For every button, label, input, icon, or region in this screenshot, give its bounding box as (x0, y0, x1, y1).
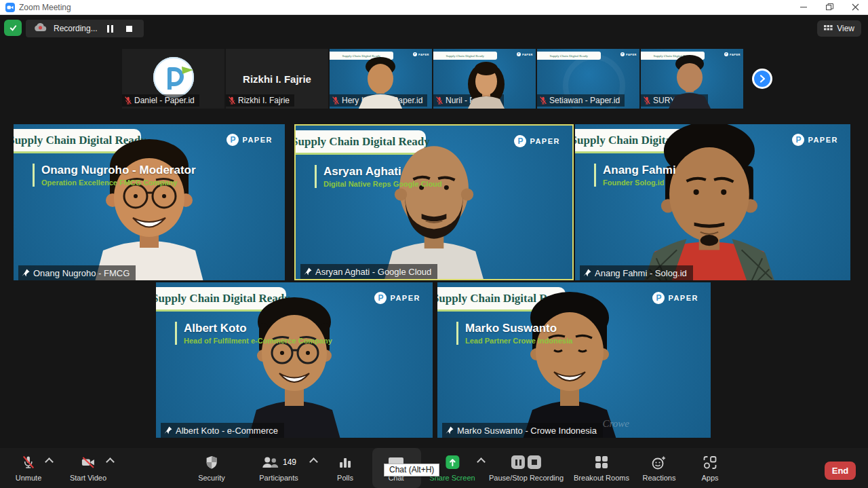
participants-button[interactable]: 149 Participants (259, 454, 298, 482)
video-tile-anang[interactable]: Supply Chain Digital Ready Anang Fahmi F… (575, 124, 850, 280)
speaker-name: Onang Nugroho - Moderator (41, 164, 196, 177)
participant-name-badge: Daniel - Paper.id (122, 94, 199, 107)
display-name: Rizkhi I. Fajrie (226, 73, 328, 85)
participants-icon (261, 455, 279, 469)
speaker-name: Albert Koto (184, 322, 332, 335)
pause-stop-icons (511, 454, 541, 470)
share-options-chevron[interactable] (477, 457, 486, 466)
participants-options-chevron[interactable] (309, 457, 318, 466)
security-label: Security (198, 474, 225, 482)
participant-video (575, 124, 850, 280)
polls-label: Polls (337, 474, 353, 482)
tile-label: Asryan Aghati - Google Cloud (315, 267, 431, 277)
participant-video (437, 282, 711, 438)
muted-mic-icon (540, 96, 547, 105)
paper-logo: PPAPER (652, 292, 698, 304)
thumbnail-nuril[interactable]: Supply Chain Digital Ready PPAPER Nuril … (433, 49, 536, 109)
speaker-role: Founder Solog.id (603, 179, 676, 187)
mini-paper-logo: PPAPER (620, 52, 637, 56)
breakout-rooms-button[interactable]: Breakout Rooms (574, 454, 629, 482)
pin-icon (164, 426, 172, 434)
apps-icon (703, 454, 717, 470)
thumbnail-label: Setiawan - Paper.id (549, 96, 620, 105)
tile-label: Marko Suswanto - Crowe Indonesia (457, 426, 597, 436)
reactions-icon (652, 454, 667, 470)
zoom-app-icon (5, 3, 15, 12)
participant-name-badge: Anang Fahmi - Solog.id (580, 265, 693, 280)
thumbnail-rizkhi[interactable]: Rizkhi I. Fajrie Rizkhi I. Fajrie (226, 49, 328, 109)
video-tile-onang[interactable]: Supply Chain Digital Ready Onang Nugroho… (14, 124, 285, 280)
security-button[interactable]: Security (198, 454, 225, 482)
pin-icon (22, 269, 30, 277)
reactions-button[interactable]: Reactions (643, 454, 676, 482)
pause-stop-recording-button[interactable]: Pause/Stop Recording (489, 454, 564, 482)
thumbnail-label: Rizkhi I. Fajrie (238, 96, 290, 105)
video-options-chevron[interactable] (106, 457, 115, 466)
participant-video (14, 124, 285, 280)
video-tile-asryan[interactable]: Supply Chain Digital Ready Asryan Aghati… (294, 124, 574, 280)
pin-icon (304, 267, 312, 276)
speaker-role: Operation Excellence FMCG Company (41, 179, 196, 187)
speaker-intro: Asryan Aghati Digital Native Reps Google… (315, 165, 442, 188)
tile-label: Anang Fahmi - Solog.id (595, 268, 687, 278)
pin-icon (583, 269, 591, 277)
title-bar: Zoom Meeting (0, 0, 868, 15)
minimize-button[interactable] (791, 0, 816, 15)
apps-label: Apps (701, 474, 718, 482)
video-tile-albert[interactable]: Supply Chain Digital Ready Albert Koto H… (156, 282, 433, 438)
polls-button[interactable]: Polls (337, 454, 353, 482)
end-meeting-button[interactable]: End (825, 462, 856, 480)
cloud-recording-icon (34, 22, 47, 35)
paper-logo: PPAPER (514, 135, 560, 147)
thumbnail-daniel[interactable]: Daniel - Paper.id (122, 49, 224, 109)
speaker-role: Digital Native Reps Google Cloud (323, 180, 442, 188)
grid-view-icon (824, 25, 833, 33)
start-video-label: Start Video (70, 474, 106, 482)
thumbnail-label: Daniel - Paper.id (134, 96, 195, 105)
pause-recording-icon[interactable] (104, 22, 117, 35)
start-video-button[interactable]: Start Video (70, 454, 106, 482)
participants-count: 149 (283, 457, 296, 467)
unmute-label: Unmute (16, 474, 42, 482)
participant-video (433, 49, 536, 109)
thumbnail-hery[interactable]: Supply Chain Digital Ready PPAPER Hery I… (330, 49, 432, 109)
participant-video (156, 282, 433, 438)
next-page-button[interactable] (752, 69, 772, 89)
speaker-intro: Anang Fahmi Founder Solog.id (594, 164, 676, 187)
security-shield-icon (4, 20, 22, 36)
participant-name-badge: Rizkhi I. Fajrie (226, 94, 294, 107)
zoom-meeting-window: Zoom Meeting Recording... View (0, 0, 868, 488)
close-icon[interactable] (842, 0, 868, 15)
shield-icon (204, 454, 219, 470)
paper-logo: PPAPER (792, 134, 838, 146)
maximize-button[interactable] (816, 0, 842, 15)
view-label: View (837, 24, 854, 33)
participant-video (296, 126, 572, 279)
speaker-name: Asryan Aghati (323, 165, 442, 179)
thumbnail-setiawan[interactable]: Supply Chain Digital Ready PPAPER Setiaw… (537, 49, 639, 109)
paper-logo: PPAPER (226, 134, 273, 146)
muted-mic-icon (125, 96, 132, 105)
record-label: Pause/Stop Recording (489, 474, 564, 482)
view-button[interactable]: View (817, 20, 861, 37)
meeting-toolbar: Unmute Start Video Security 149 Particip… (0, 448, 868, 488)
recording-label: Recording... (54, 24, 98, 33)
muted-mic-icon (229, 96, 235, 105)
speaker-intro: Albert Koto Head of Fulfilment e-Commerc… (175, 322, 332, 345)
stop-recording-icon[interactable] (123, 22, 136, 35)
participant-name-badge: Albert Koto - e-Commerce (161, 423, 284, 438)
participant-name-badge: Setiawan - Paper.id (537, 94, 625, 107)
unmute-options-chevron[interactable] (45, 457, 54, 466)
thumbnail-suryo[interactable]: Supply Chain Digital Ready PPAPER SURYO … (641, 49, 743, 109)
unmute-button[interactable]: Unmute (16, 454, 42, 482)
apps-button[interactable]: Apps (701, 454, 718, 482)
tile-label: Onang Nugroho - FMCG (33, 268, 130, 278)
recording-indicator: Recording... (26, 20, 144, 37)
speaker-intro: Marko Suswanto Lead Partner Crowe Indone… (456, 322, 572, 345)
participant-name-badge: Asryan Aghati - Google Cloud (300, 264, 437, 279)
breakout-rooms-icon (595, 454, 608, 470)
share-screen-icon (446, 454, 459, 470)
muted-camera-icon (80, 454, 96, 470)
polls-icon (338, 454, 353, 470)
video-tile-marko[interactable]: Supply Chain Digital Ready Marko Suswant… (437, 282, 711, 438)
